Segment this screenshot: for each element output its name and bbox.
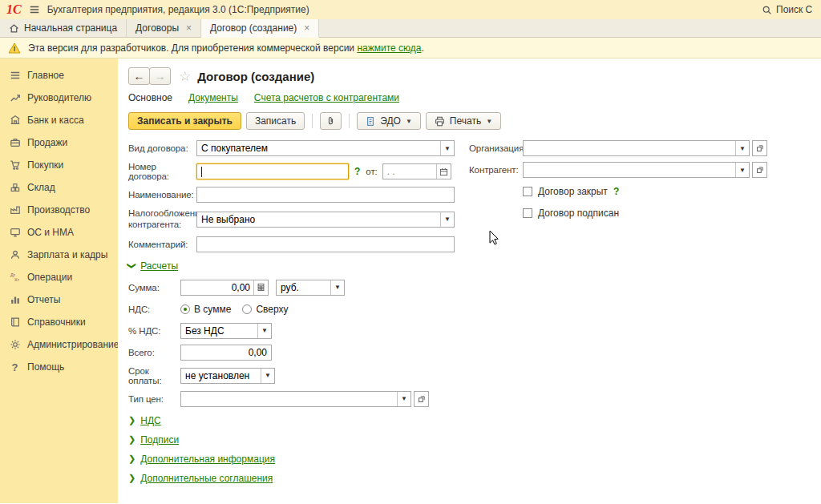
field-label: Комментарий: xyxy=(128,240,196,249)
group-dop-informatsiya[interactable]: ❯ Дополнительная информация xyxy=(128,454,469,465)
total-input[interactable]: 0,00 xyxy=(180,345,272,361)
tab-osnovnoe[interactable]: Основное xyxy=(128,92,172,103)
sidebar-item-administrirovanie[interactable]: Администрирование xyxy=(0,333,118,356)
chevron-down-icon[interactable]: ▼ xyxy=(735,141,749,155)
open-link-icon[interactable] xyxy=(414,391,429,407)
sum-input[interactable]: 0,00 xyxy=(180,280,269,296)
monitor-icon xyxy=(9,227,21,238)
vat-in-sum-radio[interactable] xyxy=(180,304,190,314)
sidebar-item-bank-i-kassa[interactable]: Банк и касса xyxy=(0,109,118,131)
contract-form: Вид договора: С покупателем ▼ Номер дого… xyxy=(128,140,821,492)
sidebar-item-otchety[interactable]: Отчеты xyxy=(0,288,118,311)
calculator-icon[interactable] xyxy=(253,280,268,295)
group-nds[interactable]: ❯ НДС xyxy=(128,415,469,426)
sidebar-item-operatsii[interactable]: ДтКт Операции xyxy=(0,266,118,288)
toolbar-separator xyxy=(349,114,350,128)
contract-number-input[interactable] xyxy=(196,163,349,179)
sidebar-item-proizvodstvo[interactable]: Производство xyxy=(0,199,118,221)
sidebar-item-pomosch[interactable]: ? Помощь xyxy=(0,356,118,378)
bank-icon xyxy=(9,115,21,126)
svg-text:Кт: Кт xyxy=(14,277,19,282)
banner-suffix: . xyxy=(421,42,423,54)
help-link[interactable]: ? xyxy=(354,166,360,177)
attachments-button[interactable] xyxy=(320,112,342,130)
contract-kind-select[interactable]: С покупателем ▼ xyxy=(196,140,455,156)
paperclip-icon xyxy=(326,115,336,127)
tab-contracts-label: Договоры xyxy=(135,22,179,34)
tab-dokumenty[interactable]: Документы xyxy=(188,92,238,103)
close-icon[interactable]: × xyxy=(186,23,192,33)
person-icon xyxy=(9,249,21,260)
sidebar-item-spravochniki[interactable]: Справочники xyxy=(0,311,118,333)
contract-closed-checkbox[interactable] xyxy=(523,187,532,196)
payment-due-select[interactable]: не установлен ▼ xyxy=(180,368,275,384)
counterparty-select[interactable]: ▼ xyxy=(523,162,750,178)
tax-select[interactable]: Не выбрано ▼ xyxy=(196,212,455,228)
save-button[interactable]: Записать xyxy=(246,112,305,130)
global-search[interactable]: Поиск С xyxy=(762,4,815,15)
print-button[interactable]: Печать ▼ xyxy=(426,112,501,130)
comment-input[interactable] xyxy=(196,236,455,252)
briefcase-icon xyxy=(9,137,21,148)
svg-text:!: ! xyxy=(14,45,16,53)
banner-text: Эта версия для разработчиков. Для приобр… xyxy=(28,42,354,54)
search-label: Поиск С xyxy=(776,4,812,15)
chevron-down-icon[interactable]: ▼ xyxy=(735,163,749,177)
chevron-down-icon[interactable]: ▼ xyxy=(440,141,454,155)
sidebar-item-zarplata-i-kadry[interactable]: Зарплата и кадры xyxy=(0,244,118,266)
sidebar-item-pokupki[interactable]: Покупки xyxy=(0,154,118,176)
organization-select[interactable]: ▼ xyxy=(523,140,750,156)
chevron-down-icon[interactable]: ▼ xyxy=(440,212,454,227)
expander-closed-icon: ❯ xyxy=(128,454,135,463)
calendar-icon[interactable] xyxy=(436,164,451,179)
field-label: Сумма: xyxy=(128,283,180,292)
tab-home[interactable]: Начальная страница xyxy=(0,19,127,37)
edo-button[interactable]: ЭДО ▼ xyxy=(357,112,421,130)
help-link[interactable]: ? xyxy=(613,186,619,197)
main-menu-icon[interactable] xyxy=(29,4,40,15)
open-link-icon[interactable] xyxy=(752,140,767,156)
expander-closed-icon: ❯ xyxy=(128,435,135,444)
contract-date-input[interactable]: . . xyxy=(382,163,451,179)
group-raschety[interactable]: ❯ Расчеты xyxy=(128,260,469,272)
sidebar-item-prodazhi[interactable]: Продажи xyxy=(0,131,118,154)
close-icon[interactable]: × xyxy=(304,23,309,33)
save-and-close-button[interactable]: Записать и закрыть xyxy=(128,112,241,130)
tab-contracts[interactable]: Договоры × xyxy=(127,19,201,37)
currency-select[interactable]: руб. ▼ xyxy=(276,280,345,296)
gear-icon xyxy=(9,339,21,350)
chevron-down-icon[interactable]: ▼ xyxy=(330,280,344,295)
vat-on-top-radio[interactable] xyxy=(242,304,252,314)
sidebar-item-glavnoe[interactable]: Главное xyxy=(0,64,118,87)
sidebar-item-os-i-nma[interactable]: ОС и НМА xyxy=(0,221,118,244)
contract-name-input[interactable] xyxy=(196,187,455,203)
book-icon xyxy=(9,317,21,328)
open-link-icon[interactable] xyxy=(752,162,767,178)
price-type-select[interactable]: ▼ xyxy=(180,391,411,407)
page-title: Договор (создание) xyxy=(197,70,314,83)
svg-text:Дт: Дт xyxy=(10,272,15,277)
banner-link[interactable]: нажмите сюда xyxy=(357,42,421,54)
field-label: Организация: xyxy=(469,143,523,153)
toolbar-separator xyxy=(312,114,313,128)
group-dop-soglasheniya[interactable]: ❯ Дополнительные соглашения xyxy=(128,473,469,484)
tab-scheta-raschetov[interactable]: Счета расчетов с контрагентами xyxy=(254,92,399,103)
back-button[interactable]: ← xyxy=(128,67,150,85)
contract-signed-checkbox[interactable] xyxy=(523,208,532,218)
chevron-down-icon[interactable]: ▼ xyxy=(261,369,274,383)
tab-contract-new[interactable]: Договор (создание) × xyxy=(201,19,319,38)
vat-rate-select[interactable]: Без НДС ▼ xyxy=(180,323,272,339)
forward-button[interactable]: → xyxy=(149,67,171,85)
expander-closed-icon: ❯ xyxy=(128,474,135,482)
field-label: Срок оплаты: xyxy=(128,366,180,385)
boxes-icon xyxy=(9,182,21,193)
sidebar-item-rukovoditelyu[interactable]: Руководителю xyxy=(0,87,118,109)
favorite-star-icon[interactable]: ☆ xyxy=(179,68,191,85)
sidebar-item-sklad[interactable]: Склад xyxy=(0,176,118,199)
chevron-down-icon[interactable]: ▼ xyxy=(257,324,271,338)
field-label: Тип цен: xyxy=(128,394,180,404)
search-icon xyxy=(762,5,772,15)
group-podpisi[interactable]: ❯ Подписи xyxy=(128,434,469,446)
chevron-down-icon[interactable]: ▼ xyxy=(397,392,410,406)
chevron-down-icon: ▼ xyxy=(406,118,412,125)
